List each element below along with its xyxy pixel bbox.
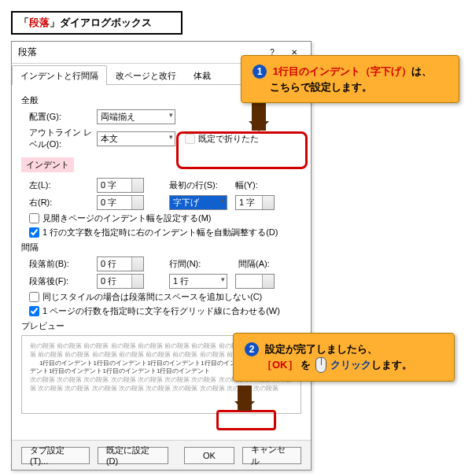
arrow-to-firstline [252,102,266,131]
callout2-tail: します。 [371,359,412,371]
callout-ok: 2 設定が完了しましたら、 ［OK］ を クリックします。 [233,333,455,382]
callout1-highlight: 1行目のインデント（字下げ） [273,65,411,77]
tab-pagebreak[interactable]: 改ページと改行 [107,65,185,85]
tab-indent-spacing[interactable]: インデントと行間隔 [12,65,107,85]
spacing-gap-spin[interactable]: ▲▼ [235,274,275,289]
space-before-spin[interactable]: 0 行▲▼ [97,256,144,271]
nospace-samestyle-checkbox[interactable] [29,292,39,302]
section-spacing: 間隔 [21,242,301,253]
label-spacing-gap: 間隔(A): [238,258,270,270]
grid-snap-checkbox[interactable] [29,306,39,316]
callout1-line2: こちらで設定します。 [270,81,372,93]
tab-settings-button[interactable]: タブ設定(T)... [21,447,90,464]
label-alignment: 配置(G): [21,111,97,123]
caption-suffix: 」ダイアログボックス [50,16,152,30]
space-after-spin[interactable]: 0 行▲▼ [97,274,144,289]
set-default-button[interactable]: 既定に設定(D) [98,447,168,464]
caption-prefix: 「 [19,16,29,30]
cancel-button[interactable]: キャンセル [242,447,301,464]
arrow-to-ok [238,386,252,411]
caption-highlight: 段落 [29,16,50,30]
label-firstline: 最初の行(S): [169,179,219,191]
ok-button[interactable]: OK [184,447,234,464]
nospace-samestyle-label: 同じスタイルの場合は段落間にスペースを追加しない(C) [42,291,262,303]
label-indent-right: 右(R): [21,197,97,208]
mirror-indent-label: 見開きページのインデント幅を設定する(M) [42,212,212,224]
collapse-default-checkbox [185,134,195,144]
callout1-tail1: は、 [411,65,432,77]
tab-typography[interactable]: 体裁 [185,65,219,85]
grid-snap-label: 1 ページの行数を指定時に文字を行グリッド線に合わせる(W) [42,305,280,317]
autoadjust-indent-label: 1 行の文字数を指定時に右のインデント幅を自動調整する(D) [42,227,278,238]
callout2-mid: を [301,359,314,371]
label-lineheight: 行間(N): [169,258,208,270]
label-space-before: 段落前(B): [21,258,97,270]
callout-firstline: 1 1行目のインデント（字下げ）は、 こちらで設定します。 [241,55,459,103]
firstline-combo[interactable]: 字下げ [169,195,227,210]
mirror-indent-checkbox[interactable] [29,213,39,223]
alignment-combo[interactable]: 両端揃え [97,109,175,124]
indent-right-spin[interactable]: 0 字▲▼ [97,195,144,210]
dialog-title: 段落 [18,46,37,59]
mouse-icon [315,357,326,373]
button-bar: タブ設定(T)... 既定に設定(D) OK キャンセル [12,440,311,470]
callout2-ok: OK [272,359,288,371]
outline-combo[interactable]: 本文 [97,131,175,146]
label-firstline-width: 幅(Y): [235,179,258,191]
indent-left-spin[interactable]: 0 字▲▼ [97,178,144,193]
section-preview: プレビュー [21,320,301,332]
firstline-width-spin[interactable]: 1 字▲▼ [235,195,275,210]
paragraph-dialog: 段落 ? ✕ インデントと行間隔 改ページと改行 体裁 全般 配置(G): 両端… [11,41,312,470]
tutorial-caption: 「 段落 」ダイアログボックス [11,11,183,35]
lineheight-combo[interactable]: 1 行 [169,274,227,289]
callout-number-1: 1 [253,65,267,79]
label-indent-left: 左(L): [21,179,97,191]
section-indent: インデント [21,157,74,172]
label-outline-level: アウトライン レベル(O): [21,127,97,150]
callout2-ok-l: ［ [262,359,272,371]
callout2-ok-r: ］ [288,359,298,371]
callout2-click: クリック [330,359,371,371]
autoadjust-indent-checkbox[interactable] [29,227,39,238]
callout2-line1: 設定が完了しましたら、 [265,343,378,355]
label-space-after: 段落後(F): [21,275,97,287]
callout-number-2: 2 [245,342,259,356]
